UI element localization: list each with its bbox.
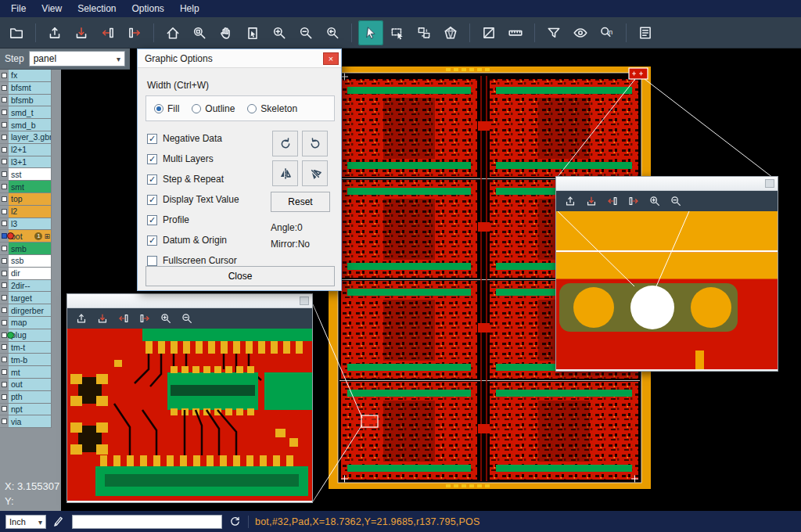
layer-name[interactable]: via: [9, 415, 52, 428]
open-step-button[interactable]: [122, 20, 147, 45]
layer-name[interactable]: layer_3.gbr: [9, 131, 52, 144]
menu-selection[interactable]: Selection: [70, 2, 124, 16]
layer-visibility-checkbox[interactable]: [0, 391, 9, 404]
mirror-diagonal-button[interactable]: [302, 160, 328, 186]
view-page-button[interactable]: [240, 20, 265, 45]
layer-visibility-checkbox[interactable]: [0, 317, 9, 329]
layer-visibility-checkbox[interactable]: [0, 119, 9, 131]
layer-name[interactable]: l3+1: [9, 156, 52, 169]
layer-name[interactable]: top: [9, 193, 52, 206]
zoom-in-button[interactable]: [645, 192, 663, 210]
report-button[interactable]: [633, 20, 658, 45]
layer-visibility-checkbox[interactable]: [0, 156, 9, 169]
layer-name[interactable]: smd_t: [9, 106, 52, 119]
layer-name[interactable]: dir: [9, 268, 52, 280]
layer-name[interactable]: fx: [9, 70, 52, 82]
layer-name[interactable]: out: [9, 379, 52, 391]
layer-visibility-checkbox[interactable]: [0, 366, 9, 379]
layer-visibility-checkbox[interactable]: [0, 342, 9, 354]
layer-name[interactable]: dirgerber: [9, 304, 52, 317]
layer-name[interactable]: bfsmt: [9, 82, 52, 95]
home-view-button[interactable]: [160, 20, 185, 45]
layer-visibility-checkbox[interactable]: [0, 70, 9, 82]
import-file-button[interactable]: [561, 192, 579, 210]
dialog-close-button[interactable]: ×: [323, 52, 339, 65]
close-button[interactable]: Close: [145, 266, 335, 286]
layer-visibility-checkbox[interactable]: [0, 304, 9, 317]
layer-visibility-checkbox[interactable]: [0, 218, 9, 231]
layer-visibility-checkbox[interactable]: [0, 193, 9, 206]
layer-visibility-checkbox[interactable]: [0, 82, 9, 95]
layer-name[interactable]: ssb: [9, 255, 52, 268]
window-button-icon[interactable]: [300, 297, 309, 305]
layer-name[interactable]: l2: [9, 206, 52, 218]
zoom-previous-button[interactable]: [320, 20, 345, 45]
select-group-button[interactable]: [411, 20, 436, 45]
open-folder-button[interactable]: [4, 20, 29, 45]
checkbox-negative-data[interactable]: Negative Data: [147, 132, 239, 145]
radio-fill[interactable]: Fill: [154, 103, 179, 114]
layer-name[interactable]: smb: [9, 243, 52, 255]
ruler-button[interactable]: [503, 20, 528, 45]
layer-name[interactable]: sst: [9, 168, 52, 181]
zoom-out-button[interactable]: [293, 20, 318, 45]
layer-name[interactable]: bot1: [9, 230, 52, 243]
find-text-button[interactable]: n: [594, 20, 620, 45]
layer-name[interactable]: plug: [9, 329, 52, 342]
menu-options[interactable]: Options: [124, 2, 172, 16]
refresh-icon[interactable]: [228, 515, 242, 528]
layer-name[interactable]: 2dir--: [9, 280, 52, 293]
reset-button[interactable]: Reset: [271, 192, 330, 212]
pan-button[interactable]: [214, 20, 239, 45]
magnifier-titlebar[interactable]: [67, 294, 312, 308]
zoom-in-button[interactable]: [156, 310, 174, 327]
open-step-button[interactable]: [135, 310, 153, 327]
layer-name[interactable]: bfsmb: [9, 95, 52, 107]
measure-line-button[interactable]: [476, 20, 501, 45]
unit-select[interactable]: Inch: [5, 515, 46, 529]
window-button-icon[interactable]: [765, 179, 774, 188]
checkbox-multi-layers[interactable]: Multi Layers: [147, 153, 239, 165]
zoom-in-button[interactable]: [267, 20, 292, 45]
checkbox-profile[interactable]: Profile: [147, 214, 239, 226]
magnifier-window-1[interactable]: [66, 293, 313, 503]
menu-file[interactable]: File: [3, 2, 34, 16]
select-window-button[interactable]: [385, 20, 410, 45]
layer-visibility-checkbox[interactable]: [0, 95, 9, 107]
layer-visibility-checkbox[interactable]: [0, 131, 9, 144]
checkbox-fullscreen-cursor[interactable]: Fullscreen Cursor: [147, 254, 239, 267]
layer-visibility-checkbox[interactable]: [0, 404, 9, 416]
zoom-window-button[interactable]: [187, 20, 212, 45]
radio-skeleton[interactable]: Skeleton: [247, 103, 297, 114]
magnifier-window-2[interactable]: [555, 176, 778, 372]
layer-visibility-checkbox[interactable]: [0, 181, 9, 193]
layer-name[interactable]: npt: [9, 404, 52, 416]
export-file-button[interactable]: [69, 20, 94, 45]
layer-name[interactable]: tm-t: [9, 342, 52, 354]
menu-view[interactable]: View: [34, 2, 70, 16]
magnifier-titlebar[interactable]: [556, 177, 778, 191]
close-step-button[interactable]: [603, 192, 621, 210]
export-file-button[interactable]: [93, 310, 111, 327]
open-step-button[interactable]: [624, 192, 642, 210]
layer-visibility-checkbox[interactable]: [0, 106, 9, 119]
layer-name[interactable]: smt: [9, 181, 52, 193]
layer-name[interactable]: target: [9, 292, 52, 304]
layer-name[interactable]: tm-b: [9, 354, 52, 366]
zoom-out-button[interactable]: [666, 192, 684, 210]
rotate-ccw-button[interactable]: [302, 131, 328, 156]
layer-visibility-checkbox[interactable]: [0, 354, 9, 366]
layer-visibility-checkbox[interactable]: [0, 230, 9, 243]
layer-visibility-checkbox[interactable]: [0, 268, 9, 280]
dialog-titlebar[interactable]: Graphic Options ×: [138, 49, 341, 68]
step-select[interactable]: panel: [29, 51, 125, 66]
layer-visibility-checkbox[interactable]: [0, 255, 9, 268]
layer-name[interactable]: l3: [9, 218, 52, 231]
zoom-out-button[interactable]: [178, 310, 196, 327]
layer-name[interactable]: mt: [9, 366, 52, 379]
layer-name[interactable]: smd_b: [9, 119, 52, 131]
layer-visibility-checkbox[interactable]: [0, 243, 9, 255]
command-input[interactable]: [72, 515, 222, 529]
filter-button[interactable]: [541, 20, 566, 45]
layer-visibility-checkbox[interactable]: [0, 379, 9, 391]
